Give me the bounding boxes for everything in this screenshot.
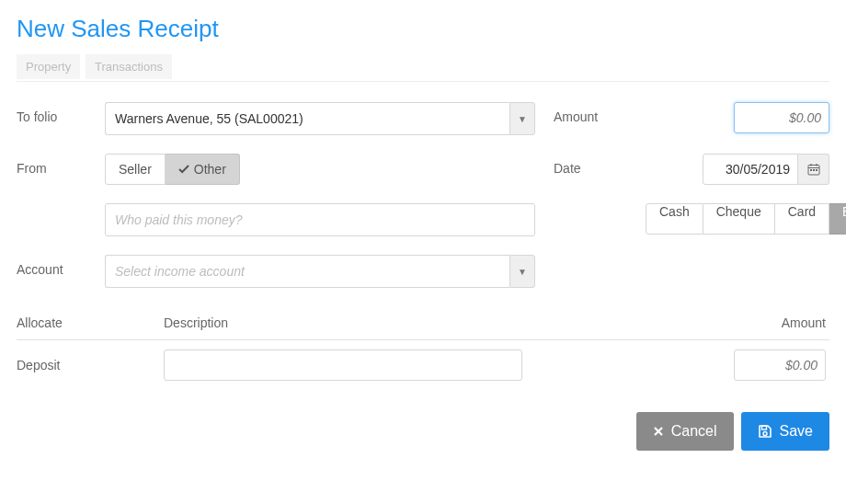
action-row: Cancel Save [17, 412, 829, 451]
pay-eft-button[interactable]: EFT [829, 203, 846, 235]
amount-input[interactable] [734, 102, 829, 133]
svg-rect-6 [816, 169, 817, 171]
from-seller-button[interactable]: Seller [105, 154, 166, 185]
row-folio-amount: To folio Warners Avenue, 55 (SAL00021) ▼… [17, 102, 829, 135]
svg-point-8 [763, 432, 767, 436]
calendar-button[interactable] [798, 154, 829, 185]
close-icon [653, 426, 664, 437]
payment-method-group: Cash Cheque Card EFT [646, 203, 846, 235]
alloc-header: Allocate Description Amount [17, 306, 829, 340]
payer-input[interactable] [105, 203, 535, 236]
pay-cheque-button[interactable]: Cheque [703, 203, 775, 235]
pay-card-button[interactable]: Card [775, 203, 829, 235]
label-date: Date [554, 154, 646, 176]
calendar-icon [807, 163, 820, 176]
alloc-description-input[interactable] [164, 349, 522, 381]
row-from-date: From Seller Other Date [17, 154, 829, 185]
svg-rect-4 [810, 169, 812, 171]
chevron-down-icon[interactable]: ▼ [509, 102, 535, 135]
svg-rect-5 [813, 169, 815, 171]
to-folio-value[interactable]: Warners Avenue, 55 (SAL00021) [105, 102, 509, 135]
label-amount: Amount [554, 102, 646, 124]
svg-rect-7 [761, 426, 766, 430]
to-folio-select[interactable]: Warners Avenue, 55 (SAL00021) ▼ [105, 102, 535, 135]
tab-transactions[interactable]: Transactions [86, 54, 172, 79]
row-payer-method: Cash Cheque Card EFT [17, 203, 829, 236]
save-label: Save [780, 423, 813, 440]
date-field [703, 154, 829, 185]
form-section: To folio Warners Avenue, 55 (SAL00021) ▼… [17, 102, 829, 451]
tab-row: Property Transactions [17, 51, 829, 82]
chevron-down-icon[interactable]: ▼ [509, 255, 535, 288]
label-to-folio: To folio [17, 102, 105, 124]
check-icon [178, 164, 189, 175]
label-account: Account [17, 255, 105, 277]
save-icon [758, 424, 772, 439]
from-other-label: Other [194, 162, 226, 177]
alloc-header-allocate: Allocate [17, 315, 164, 330]
pay-cash-button[interactable]: Cash [646, 203, 703, 235]
account-select[interactable]: Select income account ▼ [105, 255, 535, 288]
save-button[interactable]: Save [741, 412, 829, 451]
alloc-row: Deposit [17, 340, 829, 390]
page-title: New Sales Receipt [17, 15, 829, 43]
date-input[interactable] [703, 154, 798, 185]
from-toggle-group: Seller Other [105, 154, 240, 185]
account-placeholder[interactable]: Select income account [105, 255, 509, 288]
row-account: Account Select income account ▼ [17, 255, 829, 288]
tab-property[interactable]: Property [17, 54, 80, 79]
label-from: From [17, 154, 105, 176]
cancel-button[interactable]: Cancel [636, 412, 734, 451]
alloc-amount-input[interactable] [734, 349, 826, 381]
alloc-header-amount: Amount [719, 315, 829, 330]
alloc-header-description: Description [164, 315, 719, 330]
cancel-label: Cancel [671, 423, 717, 440]
from-other-button[interactable]: Other [166, 154, 240, 185]
alloc-row-label: Deposit [17, 358, 164, 372]
